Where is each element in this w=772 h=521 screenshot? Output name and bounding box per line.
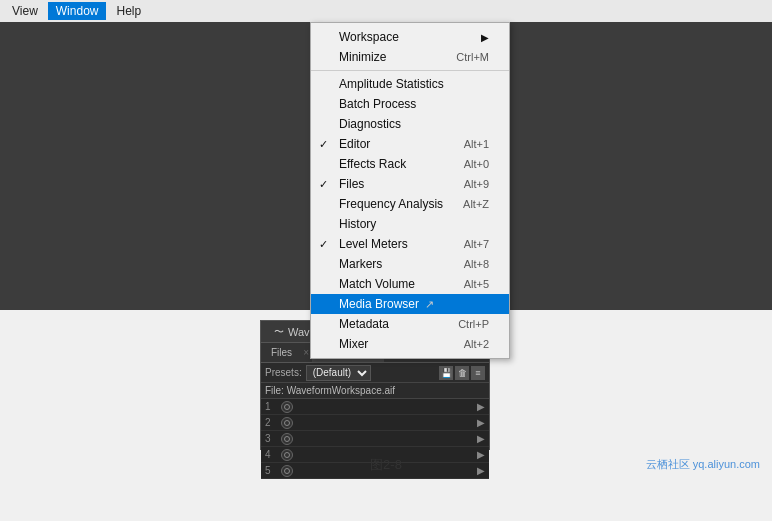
menu-item-effects-rack[interactable]: Effects Rack Alt+0	[311, 154, 509, 174]
menu-item-label: Metadata	[339, 317, 389, 331]
menu-item-label: Markers	[339, 257, 382, 271]
menu-item-label: Editor	[339, 137, 370, 151]
effect-num: 2	[265, 417, 277, 428]
check-icon: ✓	[319, 138, 328, 151]
menu-item-history[interactable]: History	[311, 214, 509, 234]
effect-power-btn-3[interactable]	[281, 433, 293, 445]
menu-item-level-meters[interactable]: ✓ Level Meters Alt+7	[311, 234, 509, 254]
effect-num: 1	[265, 401, 277, 412]
menu-item-mixer[interactable]: Mixer Alt+2	[311, 334, 509, 354]
sub-tab-files[interactable]: Files	[263, 344, 300, 362]
preset-delete-btn[interactable]: 🗑	[455, 366, 469, 380]
effect-power-btn-2[interactable]	[281, 417, 293, 429]
presets-row: Presets: (Default) 💾 🗑 ≡	[261, 363, 489, 383]
effect-expand-icon: ▶	[477, 401, 485, 412]
menu-shortcut: Alt+Z	[443, 198, 489, 210]
menu-item-label: Minimize	[339, 50, 386, 64]
menu-view[interactable]: View	[4, 2, 46, 20]
top-screenshot: View Window Help Workspace ▶ Minimize Ct…	[0, 0, 772, 310]
menu-item-files[interactable]: ✓ Files Alt+9	[311, 174, 509, 194]
waveform-icon: 〜	[274, 325, 284, 339]
power-icon	[284, 420, 290, 426]
menu-shortcut: Alt+5	[444, 278, 489, 290]
preset-icon-buttons: 💾 🗑 ≡	[439, 366, 485, 380]
power-icon	[284, 436, 290, 442]
menu-item-label: Mixer	[339, 337, 368, 351]
window-dropdown-menu: Workspace ▶ Minimize Ctrl+M Amplitude St…	[310, 22, 510, 359]
effect-expand-icon: ▶	[477, 433, 485, 444]
menu-item-label: Level Meters	[339, 237, 408, 251]
preset-menu-btn[interactable]: ≡	[471, 366, 485, 380]
menu-item-label: Batch Process	[339, 97, 416, 111]
menu-help[interactable]: Help	[108, 2, 149, 20]
preset-save-btn[interactable]: 💾	[439, 366, 453, 380]
cursor-indicator: ↗	[425, 298, 434, 311]
menu-shortcut: Alt+7	[444, 238, 489, 250]
menu-bar: View Window Help	[0, 0, 772, 22]
menu-item-media-browser[interactable]: Media Browser ↗	[311, 294, 509, 314]
menu-window[interactable]: Window	[48, 2, 107, 20]
menu-item-match-volume[interactable]: Match Volume Alt+5	[311, 274, 509, 294]
menu-item-amplitude[interactable]: Amplitude Statistics	[311, 74, 509, 94]
menu-item-frequency[interactable]: Frequency Analysis Alt+Z	[311, 194, 509, 214]
effect-power-btn-1[interactable]	[281, 401, 293, 413]
menu-item-label: Frequency Analysis	[339, 197, 443, 211]
menu-shortcut: Alt+8	[444, 258, 489, 270]
effect-num: 3	[265, 433, 277, 444]
menu-item-label: Workspace	[339, 30, 399, 44]
menu-shortcut: Alt+1	[444, 138, 489, 150]
effect-row-2: 2 ▶	[261, 415, 489, 431]
menu-item-workspace[interactable]: Workspace ▶	[311, 27, 509, 47]
check-icon: ✓	[319, 238, 328, 251]
effect-expand-icon: ▶	[477, 417, 485, 428]
menu-shortcut: Alt+9	[444, 178, 489, 190]
menu-shortcut: Ctrl+M	[436, 51, 489, 63]
file-label: File: WaveformWorkspace.aif	[265, 385, 395, 396]
file-row: File: WaveformWorkspace.aif	[261, 383, 489, 399]
menu-item-label: Effects Rack	[339, 157, 406, 171]
menu-item-label: Diagnostics	[339, 117, 401, 131]
menu-item-label: Match Volume	[339, 277, 415, 291]
menu-item-batch[interactable]: Batch Process	[311, 94, 509, 114]
menu-item-markers[interactable]: Markers Alt+8	[311, 254, 509, 274]
menu-separator	[311, 70, 509, 71]
menu-item-editor[interactable]: ✓ Editor Alt+1	[311, 134, 509, 154]
power-icon	[284, 404, 290, 410]
check-icon: ✓	[319, 178, 328, 191]
menu-item-label: Files	[339, 177, 364, 191]
presets-select[interactable]: (Default)	[306, 365, 371, 381]
menu-shortcut: Ctrl+P	[438, 318, 489, 330]
menu-item-metadata[interactable]: Metadata Ctrl+P	[311, 314, 509, 334]
effect-row-1: 1 ▶	[261, 399, 489, 415]
sub-tab-label: Files	[271, 347, 292, 358]
menu-item-minimize[interactable]: Minimize Ctrl+M	[311, 47, 509, 67]
menu-item-diagnostics[interactable]: Diagnostics	[311, 114, 509, 134]
menu-item-label: History	[339, 217, 376, 231]
watermark: 云栖社区 yq.aliyun.com	[646, 457, 760, 472]
menu-item-label: Amplitude Statistics	[339, 77, 444, 91]
presets-label: Presets:	[265, 367, 302, 378]
effect-row-3: 3 ▶	[261, 431, 489, 447]
menu-item-label: Media Browser	[339, 297, 419, 311]
menu-shortcut: Alt+0	[444, 158, 489, 170]
menu-shortcut: Alt+2	[444, 338, 489, 350]
submenu-arrow-icon: ▶	[481, 32, 489, 43]
